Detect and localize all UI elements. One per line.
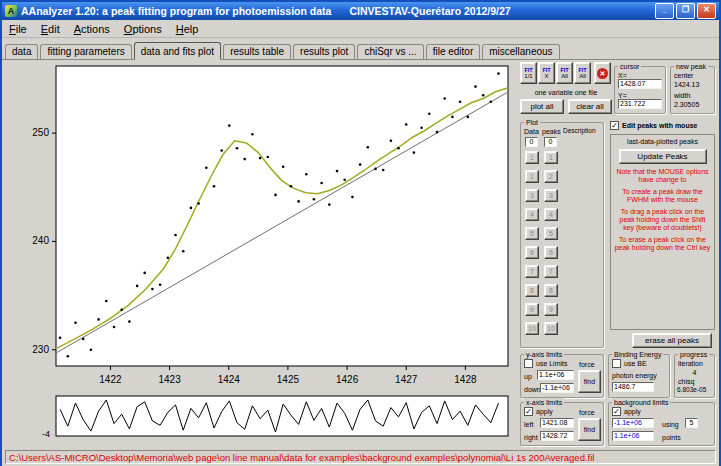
new-peak-center-value: 1424.13 [674,80,699,89]
close-button[interactable]: ✕ [697,3,716,19]
plot-all-button[interactable]: plot all [520,99,564,114]
y-limits-caption: y-axis limits [524,350,564,359]
fit-all-2-button[interactable]: FITAll [574,62,591,84]
peaks-plot-button-7[interactable]: 7 [544,265,558,278]
svg-text:-4: -4 [42,429,50,439]
tab-fitting-parameters[interactable]: fitting parameters [40,44,131,59]
bg-upper-field[interactable]: -1.1e+06 [612,418,654,428]
photon-energy-field[interactable]: 1486.7 [612,382,654,392]
tab-chisqr-vs[interactable]: chiSqr vs ... [357,44,423,59]
peaks-plot-button-10[interactable]: 10 [544,322,558,335]
menu-options[interactable]: Options [117,22,169,36]
cursor-caption: cursor [618,62,641,71]
svg-text:1423: 1423 [158,374,181,385]
using-label: using [662,420,679,429]
peaks-plot-button-1[interactable]: 1 [544,151,558,164]
y-down-field[interactable]: -1.1e+06 [540,383,574,393]
data-count-field[interactable]: 0 [525,137,538,147]
data-plot-button-5[interactable]: 5 [525,227,539,240]
svg-text:1426: 1426 [336,374,359,385]
stop-button[interactable]: ✕ [594,62,611,84]
menu-actions[interactable]: Actions [67,22,117,36]
x-find-button[interactable]: find [578,418,601,441]
peaks-plot-button-5[interactable]: 5 [544,227,558,240]
tab-data[interactable]: data [5,44,38,59]
fit-one-button[interactable]: FIT1/1 [520,62,537,84]
peaks-plot-button-9[interactable]: 9 [544,303,558,316]
x-apply-checkbox-box[interactable]: ✓ [524,407,533,416]
x-left-field[interactable]: 1421.08 [540,418,574,428]
y-force-label: force [579,360,595,369]
cursor-x-value: 1428.07 [618,79,662,89]
x-force-label: force [579,408,595,417]
peaks-count-field[interactable]: 0 [544,137,557,147]
tab-miscellaneous[interactable]: miscellaneous [482,44,559,59]
peaks-plot-button-4[interactable]: 4 [544,208,558,221]
maximize-button[interactable]: ❐ [676,3,695,19]
edit-peaks-checkbox-box[interactable]: ✓ [610,121,619,130]
app-icon[interactable]: A [5,5,17,17]
edit-peaks-label: Edit peaks with mouse [622,121,697,130]
use-limits-checkbox[interactable]: use Limits [524,359,568,368]
minimize-button[interactable]: _ [655,3,674,19]
x-limits-caption: x-axis limits [524,398,564,407]
tab-file-editor[interactable]: file editor [426,44,481,59]
data-plot-button-1[interactable]: 1 [525,151,539,164]
plot-group-caption: Plot [524,118,540,127]
fit-x-button[interactable]: FITX [538,62,555,84]
y-up-field[interactable]: 1.1e+06 [537,370,574,380]
peaks-plot-button-2[interactable]: 2 [544,170,558,183]
data-plot-button-4[interactable]: 4 [525,208,539,221]
data-plot-button-9[interactable]: 9 [525,303,539,316]
use-be-checkbox[interactable]: use BE [612,359,647,368]
new-peak-caption: new peak [674,62,708,71]
menu-file[interactable]: File [2,22,34,36]
data-plot-button-7[interactable]: 7 [525,265,539,278]
peaks-plot-button-3[interactable]: 3 [544,189,558,202]
app-window: A AAnalyzer 1.20: a peak fitting program… [0,0,721,466]
use-be-checkbox-box[interactable] [612,359,621,368]
chisq-value: 6.803e-05 [677,386,706,393]
edit-peaks-checkbox[interactable]: ✓ Edit peaks with mouse [610,121,716,130]
peaks-plot-button-8[interactable]: 8 [544,284,558,297]
bg-points-field[interactable]: 5 [685,418,698,428]
fit-toolbar: FIT1/1FITXFITAllFITAll [520,62,592,84]
use-limits-label: use Limits [536,359,568,368]
data-plot-button-2[interactable]: 2 [525,170,539,183]
svg-text:1428: 1428 [454,374,477,385]
y-find-button[interactable]: find [578,370,601,393]
x-axis-limits-group: x-axis limits ✓ apply force left 1421.08… [520,402,604,446]
tab-data-and-fits-plot[interactable]: data and fits plot [134,42,221,60]
bg-apply-checkbox-box[interactable]: ✓ [612,407,621,416]
data-plot-button-6[interactable]: 6 [525,246,539,259]
x-left-label: left [524,420,533,429]
x-apply-checkbox[interactable]: ✓ apply [524,407,553,416]
data-plot-button-8[interactable]: 8 [525,284,539,297]
bg-lower-field[interactable]: 1.1e+06 [612,431,654,441]
fit-all-button[interactable]: FITAll [556,62,573,84]
residual-plot-svg: -4 [4,394,516,444]
menu-help[interactable]: Help [169,22,206,36]
erase-all-peaks-button[interactable]: erase all peaks [632,333,712,348]
tab-results-table[interactable]: results table [223,44,291,59]
peaks-plot-button-6[interactable]: 6 [544,246,558,259]
new-peak-width-label: width [674,91,690,100]
use-limits-checkbox-box[interactable] [524,359,533,368]
y-axis-limits-group: y-axis limits use Limits force up 1.1e+0… [520,354,604,398]
update-peaks-button[interactable]: Update Peaks [619,149,707,164]
x-right-field[interactable]: 1428.72 [540,431,574,441]
menu-edit[interactable]: Edit [34,22,67,36]
use-be-label: use BE [624,359,647,368]
title-bar[interactable]: A AAnalyzer 1.20: a peak fitting program… [2,2,719,20]
status-bar: C:\Users\AS-MICRO\Desktop\Memoria\web pa… [2,448,719,466]
one-variable-label: one variable one file [520,88,612,97]
chisq-label: chisq [678,377,694,386]
clear-all-button[interactable]: clear all [568,99,612,114]
stop-icon: ✕ [597,68,608,79]
tab-results-plot[interactable]: results plot [293,44,355,59]
data-plot-button-10[interactable]: 10 [525,322,539,335]
main-plot-svg[interactable]: 1422142314241425142614271428230240250 [4,60,516,394]
main-plot[interactable]: 1422142314241425142614271428230240250 [4,60,516,394]
bg-apply-checkbox[interactable]: ✓ apply [612,407,641,416]
data-plot-button-3[interactable]: 3 [525,189,539,202]
